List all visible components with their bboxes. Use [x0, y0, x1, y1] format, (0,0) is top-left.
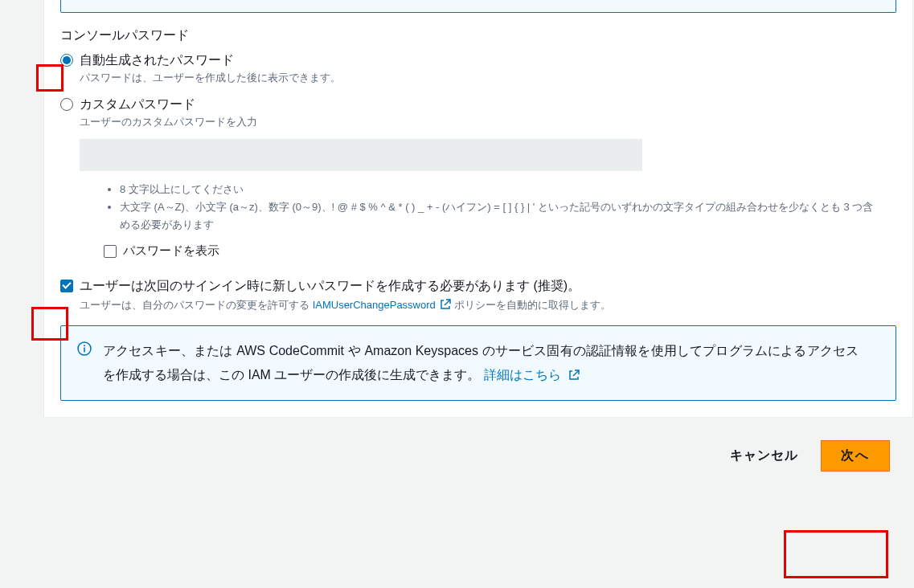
- top-info-banner-visible: [60, 0, 896, 13]
- info-icon: [77, 341, 92, 356]
- desc-suffix: ポリシーを自動的に取得します。: [452, 299, 612, 311]
- highlight-box: [784, 530, 888, 578]
- auto-password-label: 自動生成されたパスワード: [80, 52, 234, 69]
- cancel-button[interactable]: キャンセル: [725, 441, 803, 471]
- external-link-icon: [568, 369, 580, 382]
- reset-password-option[interactable]: ユーザーは次回のサインイン時に新しいパスワードを作成する必要があります (推奨)…: [60, 278, 896, 295]
- custom-password-input[interactable]: [80, 139, 642, 171]
- external-link-icon: [439, 298, 452, 311]
- footer-actions: キャンセル 次へ: [22, 440, 891, 472]
- custom-password-option[interactable]: カスタムパスワード: [60, 96, 896, 113]
- svg-rect-2: [84, 348, 85, 353]
- auto-password-desc: パスワードは、ユーザーを作成した後に表示できます。: [80, 71, 896, 85]
- info-text: アクセスキー、または AWS CodeCommit や Amazon Keysp…: [103, 344, 859, 382]
- learn-more-link[interactable]: 詳細はこちら: [484, 368, 580, 382]
- desc-prefix: ユーザーは、自分のパスワードの変更を許可する: [80, 299, 313, 311]
- iam-policy-link[interactable]: IAMUserChangePassword: [313, 299, 452, 311]
- checkbox-icon[interactable]: [60, 280, 73, 292]
- reset-password-label: ユーザーは次回のサインイン時に新しいパスワードを作成する必要があります (推奨)…: [80, 278, 580, 295]
- info-box: アクセスキー、または AWS CodeCommit や Amazon Keysp…: [60, 325, 896, 400]
- custom-password-label: カスタムパスワード: [80, 96, 195, 113]
- show-password-option[interactable]: パスワードを表示: [104, 243, 896, 259]
- reset-password-desc: ユーザーは、自分のパスワードの変更を許可する IAMUserChangePass…: [80, 296, 795, 314]
- form-panel: コンソールパスワード 自動生成されたパスワード パスワードは、ユーザーを作成した…: [43, 0, 913, 418]
- radio-icon[interactable]: [60, 98, 73, 111]
- section-title: コンソールパスワード: [60, 27, 896, 44]
- pwd-requirement: 8 文字以上にしてください: [120, 181, 875, 198]
- radio-icon[interactable]: [60, 54, 73, 67]
- pwd-requirement: 大文字 (A～Z)、小文字 (a～z)、数字 (0～9)、! @ # $ % ^…: [120, 198, 875, 234]
- checkbox-icon[interactable]: [104, 245, 117, 258]
- next-button[interactable]: 次へ: [821, 440, 890, 472]
- custom-password-desc: ユーザーのカスタムパスワードを入力: [80, 115, 896, 129]
- svg-point-1: [84, 345, 85, 347]
- show-password-label: パスワードを表示: [123, 243, 219, 259]
- auto-password-option[interactable]: 自動生成されたパスワード: [60, 52, 896, 69]
